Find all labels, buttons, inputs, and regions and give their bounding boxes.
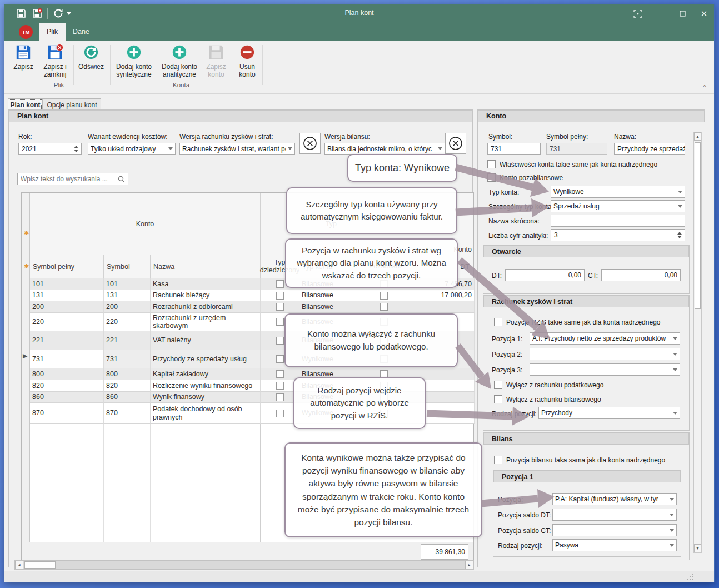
close-button[interactable]: ✕ (696, 8, 712, 19)
saldo-ct-dropdown[interactable] (552, 524, 677, 536)
ribbon-tabs-row: TM Plik Dane (4, 23, 714, 41)
spinner-icon[interactable] (677, 232, 682, 238)
scrollbar-thumb[interactable] (695, 142, 701, 309)
rok-label: Rok: (18, 133, 32, 141)
band-header-konto[interactable]: Konto (30, 193, 261, 255)
save-close-icon (47, 44, 63, 61)
wariant-value: Tylko układ rodzajowy (91, 145, 166, 153)
plan-kont-panel-header: Plan kont (9, 110, 472, 122)
saldo-dt-dropdown[interactable] (552, 509, 677, 521)
symbol-pelny-input: 731 (546, 143, 607, 155)
chevron-down-icon (670, 498, 674, 501)
scroll-up-icon[interactable]: ▴ (694, 132, 701, 141)
checkbox[interactable] (276, 370, 284, 378)
pozycja2-dropdown[interactable] (530, 348, 680, 360)
checkbox[interactable] (276, 280, 284, 288)
checkbox[interactable] (276, 355, 284, 363)
rok-value: 2021 (22, 145, 37, 153)
col-header-symbol[interactable]: Symbol (104, 255, 151, 278)
table-row[interactable]: 200200Rozrachunki z odbiorcamiBilansowe (30, 301, 475, 313)
vertical-scrollbar[interactable]: ▴ ▾ (693, 132, 702, 553)
horizontal-scrollbar[interactable]: ◂ ▸ (14, 560, 474, 570)
pozycja1-label: Pozycja 1: (492, 335, 522, 343)
bilans-same-as-parent-checkbox[interactable] (494, 456, 502, 464)
col-header-nazwa[interactable]: Nazwa (151, 255, 261, 278)
status-divider (64, 573, 64, 581)
checkbox[interactable] (276, 393, 284, 401)
rzis-same-as-parent-checkbox[interactable] (494, 318, 502, 326)
wariant-dropdown[interactable]: Tylko układ rodzajowy (88, 143, 176, 155)
chevron-down-icon (673, 368, 677, 371)
refresh-button[interactable]: Odśwież (76, 44, 107, 71)
wylacz-bilansowy-checkbox[interactable] (494, 395, 502, 403)
rodzaj-pozycji-label: Rodzaj pozycji: (492, 410, 537, 418)
ribbon-tab-plik[interactable]: Plik (39, 23, 66, 41)
save-button[interactable]: Zapisz (9, 44, 38, 71)
chevron-down-icon (678, 205, 682, 208)
checkbox[interactable] (276, 318, 284, 326)
bilans-rodzaj-dropdown[interactable]: Pasywa (552, 539, 677, 551)
symbol-input[interactable]: 731 (487, 143, 541, 155)
clear-bilans-button[interactable] (445, 133, 466, 154)
minimize-button[interactable]: — (652, 8, 669, 19)
plus-circle-icon (171, 44, 188, 61)
wylacz-podatkowy-label: Wyłącz z rachunku podatkowego (506, 381, 603, 389)
checkbox[interactable] (380, 370, 388, 378)
ribbon-group-label-plik: Plik (43, 82, 74, 88)
refresh-icon (83, 44, 99, 61)
delete-account-button[interactable]: Usuń konto (233, 44, 261, 78)
chevron-down-icon (673, 353, 677, 356)
ribbon-collapse-chevron-icon[interactable]: ⌃ (702, 84, 707, 92)
add-analytic-account-button[interactable]: Dodaj konto analityczne (159, 44, 200, 78)
symbol-label: Symbol: (488, 133, 512, 141)
checkbox[interactable] (380, 292, 388, 300)
col-header-symbol-pelny[interactable]: Symbol pełny (30, 255, 104, 278)
maximize-button[interactable] (674, 8, 691, 19)
checkbox[interactable] (276, 410, 284, 417)
checkbox[interactable] (276, 303, 284, 311)
szczegolny-typ-dropdown[interactable]: Sprzedaż usług (551, 200, 685, 212)
save-close-button[interactable]: Zapisz i zamknij (39, 44, 71, 78)
table-row[interactable]: 131131Rachunek bieżącyBilansowe17 080,20 (30, 290, 475, 301)
pozycja3-dropdown[interactable] (530, 363, 680, 376)
scroll-left-icon[interactable]: ◂ (15, 561, 23, 569)
ct-label: CT: (588, 272, 598, 280)
focus-mode-icon[interactable] (630, 8, 646, 19)
nazwa-skrocona-input[interactable] (551, 215, 685, 227)
grid-footer: 39 861,30 (22, 542, 473, 561)
checkbox[interactable] (276, 337, 284, 345)
pozycja1-dropdown[interactable]: A.I: Przychody netto ze sprzedaży produk… (530, 332, 680, 345)
off-balance-checkbox[interactable] (487, 173, 496, 182)
app-logo[interactable]: TM (19, 25, 33, 39)
ribbon-tab-dane[interactable]: Dane (66, 23, 97, 41)
scrollbar-thumb[interactable] (24, 561, 56, 569)
scroll-down-icon[interactable]: ▾ (694, 544, 701, 552)
chevron-down-icon (678, 191, 682, 193)
wersja-rzis-dropdown[interactable]: Rachunek zysków i strat, wariant po (179, 143, 295, 155)
dt-input[interactable]: 0,00 (505, 269, 585, 281)
typ-konta-dropdown[interactable]: Wynikowe (551, 186, 685, 198)
checkbox[interactable] (276, 382, 284, 390)
chevron-down-icon (670, 514, 674, 516)
search-input[interactable] (17, 173, 128, 185)
chevron-down-icon (670, 544, 674, 547)
resize-grip-icon[interactable] (687, 574, 693, 580)
checkbox[interactable] (380, 303, 388, 311)
clear-rzis-button[interactable] (299, 133, 321, 154)
bilans-pozycja-dropdown[interactable]: P.A: Kapitał (fundusz) własny, w tyr (552, 493, 677, 505)
minus-circle-icon (239, 44, 256, 61)
rok-input[interactable]: 2021 (18, 143, 82, 155)
search-icon[interactable] (118, 176, 125, 183)
wylacz-podatkowy-checkbox[interactable] (494, 381, 502, 389)
ct-input[interactable]: 0,00 (601, 269, 681, 281)
wersja-bilansu-dropdown[interactable]: Bilans dla jednostek mikro, o któryc (324, 143, 445, 155)
scroll-right-icon[interactable]: ▸ (465, 561, 473, 569)
same-as-parent-checkbox[interactable] (487, 160, 496, 168)
liczba-cyfr-input[interactable]: 3 (551, 229, 685, 241)
rok-spinner-icon[interactable] (74, 146, 78, 152)
rodzaj-pozycji-dropdown[interactable]: Przychody (538, 407, 680, 419)
ribbon-group-label-konta: Konta (166, 82, 197, 88)
add-synthetic-account-button[interactable]: Dodaj konto syntetyczne (113, 44, 154, 78)
checkbox[interactable] (276, 292, 284, 300)
nazwa-input[interactable]: Przychody ze sprzedaży (614, 143, 685, 155)
